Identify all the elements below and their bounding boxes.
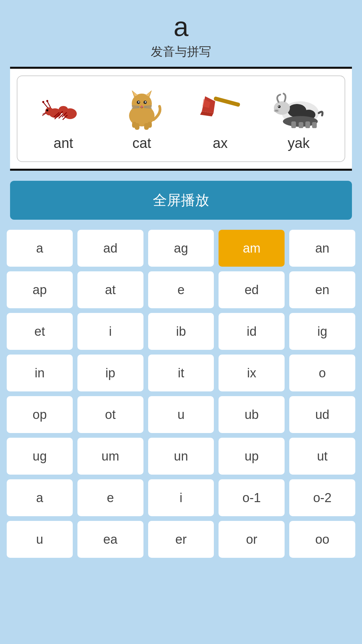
svg-rect-37 xyxy=(147,122,152,128)
ant-label: ant xyxy=(54,135,73,151)
grid-item-ib[interactable]: ib xyxy=(148,313,214,350)
svg-rect-38 xyxy=(214,96,240,107)
cat-image xyxy=(115,86,169,130)
grid-item-e[interactable]: e xyxy=(77,479,143,516)
grid-item-am[interactable]: am xyxy=(219,230,285,267)
svg-line-5 xyxy=(47,101,51,108)
grid-item-o-1[interactable]: o-1 xyxy=(219,479,285,516)
grid-item-u[interactable]: u xyxy=(148,396,214,433)
ax-icon xyxy=(195,90,245,126)
grid-item-id[interactable]: id xyxy=(219,313,285,350)
ant-icon xyxy=(37,90,90,126)
grid-item-in[interactable]: in xyxy=(7,355,73,391)
grid-item-an[interactable]: an xyxy=(289,230,355,267)
header-subtitle: 发音与拼写 xyxy=(7,44,355,60)
grid-item-op[interactable]: op xyxy=(7,396,73,433)
svg-point-8 xyxy=(46,109,48,111)
ant-image xyxy=(37,86,90,130)
ax-item: ax xyxy=(193,86,247,151)
svg-point-48 xyxy=(277,110,278,111)
image-card: ant xyxy=(17,75,345,162)
grid-item-ug[interactable]: ug xyxy=(7,438,73,475)
svg-line-4 xyxy=(43,102,48,108)
grid-item-ig[interactable]: ig xyxy=(289,313,355,350)
grid-item-ea[interactable]: ea xyxy=(77,521,143,558)
image-container: ant xyxy=(10,67,352,171)
grid-item-ad[interactable]: ad xyxy=(77,230,143,267)
grid-item-ag[interactable]: ag xyxy=(148,230,214,267)
svg-rect-51 xyxy=(305,121,310,128)
grid-item-or[interactable]: or xyxy=(219,521,285,558)
fullscreen-button[interactable]: 全屏播放 xyxy=(10,181,352,220)
grid-item-ot[interactable]: ot xyxy=(77,396,143,433)
header: a 发音与拼写 xyxy=(0,0,362,67)
svg-rect-49 xyxy=(291,121,296,128)
svg-point-25 xyxy=(138,101,139,103)
grid-item-o-2[interactable]: o-2 xyxy=(289,479,355,516)
grid-item-u[interactable]: u xyxy=(7,521,73,558)
svg-point-47 xyxy=(275,110,277,111)
svg-point-6 xyxy=(42,101,44,103)
grid-item-en[interactable]: en xyxy=(289,271,355,308)
cat-icon xyxy=(120,86,164,130)
cat-item: cat xyxy=(115,86,169,151)
grid-item-ip[interactable]: ip xyxy=(77,355,143,391)
phonics-grid: aadagamanapateedenetiibidiginipitixoopot… xyxy=(0,230,362,568)
grid-item-et[interactable]: et xyxy=(7,313,73,350)
yak-icon xyxy=(272,88,325,128)
yak-image xyxy=(272,86,325,130)
grid-item-a[interactable]: a xyxy=(7,230,73,267)
grid-item-i[interactable]: i xyxy=(77,313,143,350)
grid-item-ud[interactable]: ud xyxy=(289,396,355,433)
svg-point-26 xyxy=(145,101,146,103)
svg-point-3 xyxy=(45,107,53,115)
svg-rect-52 xyxy=(312,122,317,128)
grid-item-um[interactable]: um xyxy=(77,438,143,475)
header-letter: a xyxy=(7,13,355,40)
ax-label: ax xyxy=(213,135,228,151)
grid-item-a[interactable]: a xyxy=(7,479,73,516)
grid-item-o[interactable]: o xyxy=(289,355,355,391)
grid-item-up[interactable]: up xyxy=(219,438,285,475)
grid-item-e[interactable]: e xyxy=(148,271,214,308)
grid-item-ub[interactable]: ub xyxy=(219,396,285,433)
grid-item-it[interactable]: it xyxy=(148,355,214,391)
yak-item: yak xyxy=(272,86,325,151)
grid-item-ut[interactable]: ut xyxy=(289,438,355,475)
svg-rect-50 xyxy=(299,122,303,128)
grid-item-un[interactable]: un xyxy=(148,438,214,475)
svg-point-43 xyxy=(274,101,290,115)
yak-label: yak xyxy=(288,135,309,151)
cat-label: cat xyxy=(132,135,151,151)
ant-item: ant xyxy=(37,86,90,151)
grid-item-oo[interactable]: oo xyxy=(289,521,355,558)
grid-item-i[interactable]: i xyxy=(148,479,214,516)
ax-image xyxy=(193,86,247,130)
svg-rect-36 xyxy=(132,122,136,128)
svg-point-45 xyxy=(279,106,280,107)
grid-item-ap[interactable]: ap xyxy=(7,271,73,308)
grid-item-at[interactable]: at xyxy=(77,271,143,308)
grid-item-ed[interactable]: ed xyxy=(219,271,285,308)
svg-point-7 xyxy=(46,100,48,102)
grid-item-er[interactable]: er xyxy=(148,521,214,558)
grid-item-ix[interactable]: ix xyxy=(219,355,285,391)
